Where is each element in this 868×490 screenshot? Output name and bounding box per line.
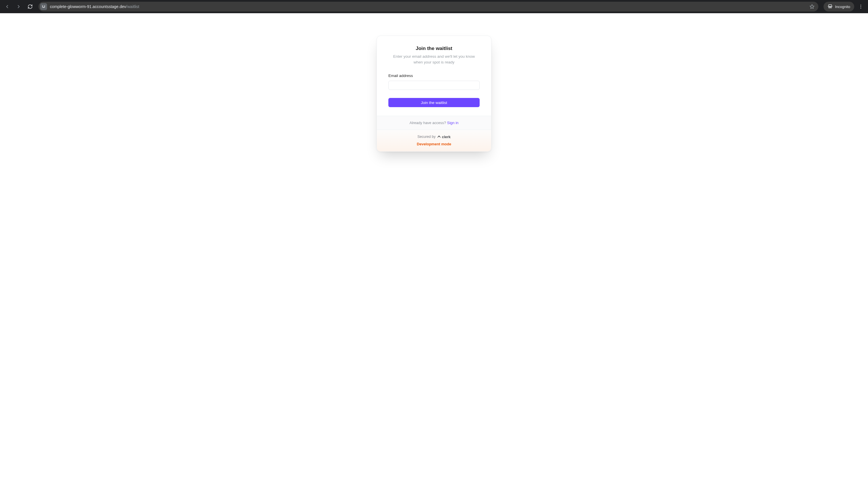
browser-menu-button[interactable]	[856, 2, 866, 11]
svg-point-6	[861, 5, 861, 5]
svg-point-8	[861, 8, 861, 8]
incognito-indicator[interactable]: Incognito	[824, 2, 854, 11]
clerk-logo-icon	[437, 135, 441, 139]
incognito-label: Incognito	[835, 5, 850, 9]
bookmark-star-icon[interactable]	[808, 3, 816, 11]
browser-toolbar: complete-glowworm-91.accountsstage.dev/w…	[0, 0, 868, 13]
svg-point-7	[861, 6, 861, 7]
url-text: complete-glowworm-91.accountsstage.dev/w…	[50, 4, 139, 9]
forward-button[interactable]	[14, 2, 24, 11]
access-prompt: Already have access?	[410, 121, 447, 125]
waitlist-card: Join the waitlist Enter your email addre…	[377, 36, 491, 152]
card-footer-brand: Secured by clerk Development mode	[377, 129, 491, 151]
url-host: complete-glowworm-91.accountsstage.dev	[50, 4, 126, 9]
email-field[interactable]	[389, 81, 479, 90]
incognito-icon	[828, 4, 833, 10]
card-footer-access: Already have access? Sign in	[377, 116, 491, 129]
url-path: /waitlist	[126, 4, 139, 9]
card-title: Join the waitlist	[389, 46, 479, 51]
reload-button[interactable]	[25, 2, 35, 11]
site-info-icon[interactable]	[40, 3, 47, 10]
join-waitlist-button[interactable]: Join the waitlist	[389, 98, 479, 107]
card-subtitle: Enter your email address and we'll let y…	[389, 54, 479, 65]
back-button[interactable]	[2, 2, 12, 11]
clerk-logo: clerk	[437, 135, 451, 139]
secured-by: Secured by clerk	[417, 135, 451, 139]
clerk-logo-text: clerk	[442, 135, 451, 139]
sign-in-link[interactable]: Sign in	[447, 121, 459, 125]
secured-by-label: Secured by	[417, 135, 435, 139]
email-label: Email address	[389, 74, 479, 78]
svg-marker-3	[810, 5, 814, 9]
development-mode-label: Development mode	[381, 142, 487, 146]
page-content: Join the waitlist Enter your email addre…	[0, 13, 868, 490]
address-bar[interactable]: complete-glowworm-91.accountsstage.dev/w…	[38, 2, 818, 11]
